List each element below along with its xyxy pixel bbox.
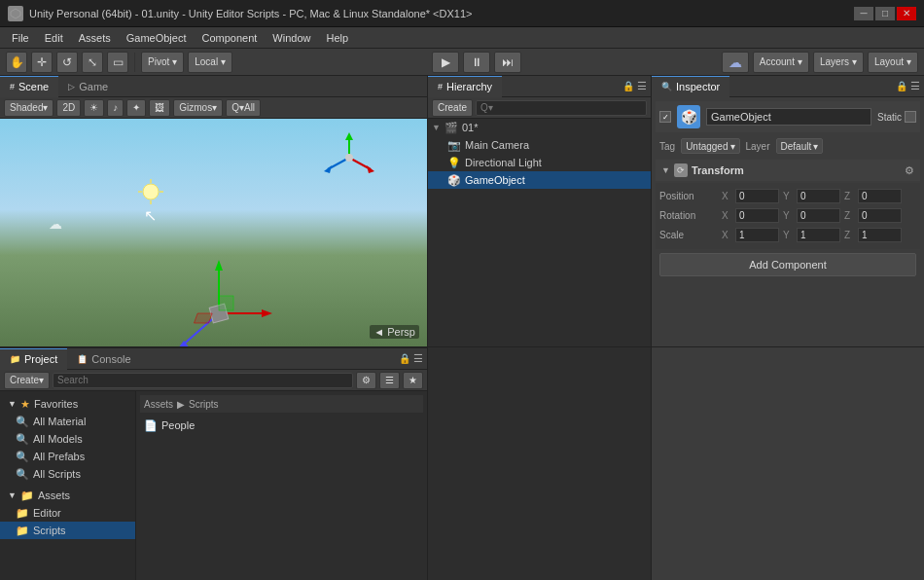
assets-scripts[interactable]: 📁 Scripts — [0, 522, 135, 539]
inspector-lock-icon[interactable]: 🔒 — [896, 81, 907, 91]
menu-edit[interactable]: Edit — [37, 27, 71, 49]
hierarchy-menu-icon[interactable]: ☰ — [637, 80, 647, 92]
pivot-dropdown[interactable]: Pivot ▾ — [141, 52, 184, 73]
project-create-button[interactable]: Create ▾ — [4, 372, 50, 389]
assets-editor[interactable]: 📁 Editor — [0, 504, 135, 522]
layout-dropdown[interactable]: Layout ▾ — [868, 52, 918, 73]
local-dropdown[interactable]: Local ▾ — [188, 52, 232, 73]
tab-console[interactable]: 📋 Console — [67, 348, 140, 370]
pause-button[interactable]: ⏸ — [463, 52, 490, 73]
layers-dropdown[interactable]: Layers ▾ — [813, 52, 864, 73]
shading-dropdown[interactable]: Shaded ▾ — [4, 99, 53, 117]
tab-scene[interactable]: # Scene — [0, 76, 58, 97]
hierarchy-scene-root[interactable]: ▼ 🎬 01* — [428, 119, 651, 136]
star-button[interactable]: ★ — [403, 372, 423, 389]
transform-settings-icon[interactable]: ⚙ — [905, 164, 914, 177]
inspector-menu-icon[interactable]: ☰ — [910, 80, 920, 92]
move-tool-button[interactable]: ✛ — [31, 52, 53, 73]
hierarchy-search-input[interactable] — [476, 100, 647, 116]
gameobject-active-checkbox[interactable] — [659, 111, 671, 123]
fav-all-prefabs[interactable]: 🔍 All Prefabs — [0, 448, 135, 465]
fav-all-models[interactable]: 🔍 All Models — [0, 430, 135, 448]
search-options-button[interactable]: ⚙ — [356, 372, 376, 389]
scene-expand-arrow: ▼ — [432, 123, 441, 132]
project-search-input[interactable] — [53, 373, 353, 388]
assets-group[interactable]: ▼ 📁 Assets — [0, 487, 135, 504]
menu-gameobject[interactable]: GameObject — [119, 27, 195, 49]
filter-button[interactable]: ☰ — [379, 372, 400, 389]
project-menu-icon[interactable]: ☰ — [413, 352, 423, 365]
pos-x-axis: X — [722, 191, 731, 201]
position-z-input[interactable] — [858, 189, 902, 203]
hierarchy-content[interactable]: ▼ 🎬 01* 📷 Main Camera 💡 Directional Ligh… — [428, 119, 651, 346]
menu-help[interactable]: Help — [318, 27, 356, 49]
rotation-x-input[interactable] — [735, 208, 779, 223]
rotation-z-input[interactable] — [858, 208, 902, 223]
rect-tool-button[interactable]: ▭ — [107, 52, 128, 73]
add-component-button[interactable]: Add Component — [659, 253, 916, 276]
scene-viewport[interactable]: ◄ Persp — [0, 119, 427, 346]
maximize-button[interactable]: □ — [875, 7, 895, 20]
transform-component-header[interactable]: ▼ ⟳ Transform ⚙ — [656, 160, 920, 181]
tab-hierarchy[interactable]: # Hierarchy — [428, 76, 502, 97]
hierarchy-main-camera[interactable]: 📷 Main Camera — [428, 136, 651, 154]
2d-button[interactable]: 2D — [56, 99, 81, 117]
menu-file[interactable]: File — [4, 27, 37, 49]
breadcrumb-scripts[interactable]: Scripts — [189, 399, 219, 410]
fav-all-material[interactable]: 🔍 All Material — [0, 413, 135, 430]
static-checkbox[interactable] — [905, 111, 916, 123]
pos-y-axis: Y — [783, 191, 793, 201]
tag-dropdown[interactable]: Untagged ▾ — [681, 138, 739, 154]
cloud-button[interactable]: ☁ — [722, 52, 749, 73]
audio-button[interactable]: ♪ — [107, 99, 124, 117]
scale-x-input[interactable] — [735, 228, 779, 242]
position-y-input[interactable] — [797, 189, 840, 203]
lighting-button[interactable]: ☀ — [84, 99, 104, 117]
orientation-gizmo — [320, 128, 378, 189]
rotation-y-input[interactable] — [797, 208, 840, 223]
fx-button[interactable]: ✦ — [126, 99, 146, 117]
hierarchy-gameobject[interactable]: 🎲 GameObject — [428, 171, 651, 189]
rotation-row: Rotation X Y Z — [659, 206, 916, 224]
tab-inspector[interactable]: 🔍 Inspector — [652, 76, 729, 97]
project-main[interactable]: Assets ▶ Scripts 📄 People — [136, 391, 427, 580]
inspector-tabs: 🔍 Inspector 🔒 ☰ — [652, 76, 924, 97]
scene-hash-icon: # — [10, 82, 15, 91]
close-button[interactable]: ✕ — [897, 7, 916, 20]
account-dropdown[interactable]: Account ▾ — [753, 52, 809, 73]
rotate-tool-button[interactable]: ↺ — [56, 52, 78, 73]
scene-image-button[interactable]: 🖼 — [149, 99, 170, 117]
menubar: File Edit Assets GameObject Component Wi… — [0, 27, 924, 49]
menu-assets[interactable]: Assets — [71, 27, 119, 49]
tab-project[interactable]: 📁 Project — [0, 348, 67, 370]
position-x-input[interactable] — [735, 189, 779, 203]
gameobject-name-input[interactable] — [706, 108, 871, 126]
menu-window[interactable]: Window — [265, 27, 318, 49]
menu-component[interactable]: Component — [194, 27, 265, 49]
scale-tool-button[interactable]: ⤡ — [82, 52, 103, 73]
project-lock-icon[interactable]: 🔒 — [399, 353, 410, 364]
favorites-group[interactable]: ▼ ★ Favorites — [0, 395, 135, 413]
scale-z-input[interactable] — [858, 228, 902, 242]
breadcrumb-assets[interactable]: Assets — [144, 399, 173, 410]
play-button[interactable]: ▶ — [432, 52, 459, 73]
create-button[interactable]: Create — [432, 99, 473, 117]
assets-arrow-icon: ▼ — [8, 490, 17, 500]
hierarchy-lock-icon[interactable]: 🔒 — [622, 81, 634, 91]
fav-all-scripts[interactable]: 🔍 All Scripts — [0, 465, 135, 483]
scale-y-input[interactable] — [797, 228, 840, 242]
step-button[interactable]: ⏭ — [494, 52, 521, 73]
hierarchy-directional-light[interactable]: 💡 Directional Light — [428, 154, 651, 171]
main-camera-label: Main Camera — [465, 139, 529, 151]
search-scene-button[interactable]: Q▾All — [226, 99, 261, 117]
search-icon-3: 🔍 — [16, 451, 29, 463]
tab-game[interactable]: ▷ Game — [58, 76, 118, 97]
gizmos-dropdown[interactable]: Gizmos ▾ — [173, 99, 223, 117]
tag-layer-row: Tag Untagged ▾ Layer Default ▾ — [656, 136, 920, 156]
minimize-button[interactable]: ─ — [854, 7, 873, 20]
layer-dropdown[interactable]: Default ▾ — [776, 138, 824, 154]
project-tree[interactable]: ▼ ★ Favorites 🔍 All Material 🔍 All Model… — [0, 391, 136, 580]
hand-tool-button[interactable]: ✋ — [6, 52, 27, 73]
asset-people[interactable]: 📄 People — [140, 417, 423, 434]
svg-marker-14 — [215, 260, 223, 271]
